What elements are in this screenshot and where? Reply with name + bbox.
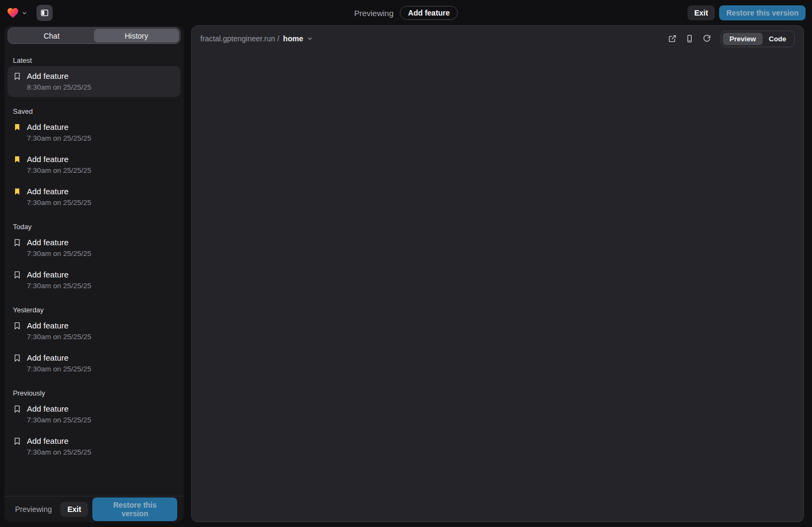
- app-logo-menu[interactable]: [6, 6, 27, 19]
- sidebar-toggle-button[interactable]: [37, 5, 53, 21]
- bookmark-icon: [13, 321, 21, 330]
- sidebar-tabs: Chat History: [8, 27, 180, 44]
- history-item-title: Add feature: [27, 71, 69, 80]
- history-item[interactable]: Add feature 7:30am on 25/25/25: [8, 316, 180, 347]
- history-item[interactable]: Add feature 7:30am on 25/25/25: [8, 149, 180, 180]
- bookmark-icon: [13, 270, 21, 279]
- preview-url-selector[interactable]: fractal.gptengineer.run / home: [200, 34, 313, 43]
- history-item[interactable]: Add feature 8:30am on 25/25/25: [8, 66, 180, 97]
- topbar: Previewing Add feature Exit Restore this…: [0, 0, 812, 26]
- tab-history[interactable]: History: [94, 29, 179, 42]
- history-item-time: 8:30am on 25/25/25: [27, 83, 175, 91]
- history-item[interactable]: Add feature 7:30am on 25/25/25: [8, 348, 180, 379]
- history-item-time: 7:30am on 25/25/25: [27, 416, 175, 424]
- view-code-button[interactable]: Code: [763, 33, 793, 45]
- chevron-down-icon: [21, 10, 27, 16]
- section-label-latest: Latest: [13, 56, 175, 64]
- external-link-icon: [668, 34, 677, 43]
- section-label-saved: Saved: [13, 107, 175, 115]
- history-item[interactable]: Add feature 7:30am on 25/25/25: [8, 181, 180, 213]
- history-item-title: Add feature: [27, 187, 69, 196]
- footer-restore-version-button[interactable]: Restore this version: [92, 497, 177, 521]
- section-label-today: Today: [13, 223, 175, 231]
- refresh-icon: [702, 34, 711, 43]
- history-item-title: Add feature: [27, 238, 69, 247]
- bookmark-icon: [13, 354, 21, 362]
- preview-url-prefix: fractal.gptengineer.run /: [200, 34, 279, 43]
- open-in-new-tab-button[interactable]: [665, 31, 680, 46]
- history-item-time: 7:30am on 25/25/25: [27, 448, 175, 456]
- sidebar-footer: Previewing Exit Restore this version: [4, 496, 184, 522]
- history-item-time: 7:30am on 25/25/25: [27, 365, 175, 373]
- topbar-actions: Exit Restore this version: [687, 5, 806, 20]
- history-item[interactable]: Add feature 7:30am on 25/25/25: [8, 431, 180, 462]
- history-item-time: 7:30am on 25/25/25: [27, 199, 175, 207]
- footer-exit-button[interactable]: Exit: [60, 502, 88, 517]
- section-label-previously: Previously: [13, 389, 175, 397]
- panel-left-icon: [40, 9, 49, 17]
- tab-chat[interactable]: Chat: [9, 29, 94, 42]
- history-item-title: Add feature: [27, 353, 69, 362]
- history-item-title: Add feature: [27, 270, 69, 279]
- history-item-time: 7:30am on 25/25/25: [27, 166, 175, 174]
- restore-version-button[interactable]: Restore this version: [719, 5, 806, 20]
- exit-button[interactable]: Exit: [687, 5, 715, 20]
- history-item[interactable]: Add feature 7:30am on 25/25/25: [8, 232, 180, 264]
- history-list[interactable]: Latest Add feature 8:30am on 25/25/25 Sa…: [4, 46, 184, 496]
- bookmark-filled-icon: [13, 155, 21, 164]
- preview-panel: fractal.gptengineer.run / home: [191, 25, 804, 522]
- preview-browser-bar: fractal.gptengineer.run / home: [192, 26, 803, 52]
- history-item[interactable]: Add feature 7:30am on 25/25/25: [8, 265, 180, 296]
- history-item-time: 7:30am on 25/25/25: [27, 250, 175, 258]
- history-item[interactable]: Add feature 7:30am on 25/25/25: [8, 117, 180, 148]
- preview-content[interactable]: [192, 52, 803, 522]
- footer-previewing-label: Previewing: [15, 505, 52, 514]
- history-item-title: Add feature: [27, 321, 69, 330]
- brand: [6, 5, 53, 21]
- previewing-label: Previewing: [354, 9, 393, 18]
- preview-bar-actions: Preview Code: [665, 31, 795, 47]
- history-item-time: 7:30am on 25/25/25: [27, 333, 175, 341]
- refresh-button[interactable]: [699, 31, 714, 46]
- preview-url-page: home: [283, 34, 303, 43]
- bookmark-icon: [13, 437, 21, 445]
- bookmark-filled-icon: [13, 123, 21, 131]
- chevron-down-icon: [307, 35, 313, 42]
- lovable-heart-logo-icon: [6, 6, 19, 19]
- bookmark-icon: [13, 405, 21, 413]
- preview-status: Previewing Add feature: [354, 0, 458, 26]
- history-item[interactable]: Add feature 7:30am on 25/25/25: [8, 399, 180, 430]
- bookmark-icon: [13, 238, 21, 247]
- history-item-title: Add feature: [27, 404, 69, 413]
- view-preview-button[interactable]: Preview: [723, 33, 762, 45]
- bookmark-filled-icon: [13, 187, 21, 196]
- history-item-time: 7:30am on 25/25/25: [27, 282, 175, 290]
- history-item-title: Add feature: [27, 155, 69, 164]
- view-mode-toggle: Preview Code: [721, 31, 795, 47]
- mobile-preview-button[interactable]: [682, 31, 697, 46]
- history-item-time: 7:30am on 25/25/25: [27, 134, 175, 142]
- bookmark-icon: [13, 72, 21, 80]
- history-item-title: Add feature: [27, 122, 69, 131]
- history-sidebar: Chat History Latest Add feature 8:30am o…: [4, 26, 184, 522]
- version-badge[interactable]: Add feature: [400, 6, 458, 20]
- section-label-yesterday: Yesterday: [13, 306, 175, 314]
- history-item-title: Add feature: [27, 436, 69, 445]
- smartphone-icon: [685, 34, 694, 43]
